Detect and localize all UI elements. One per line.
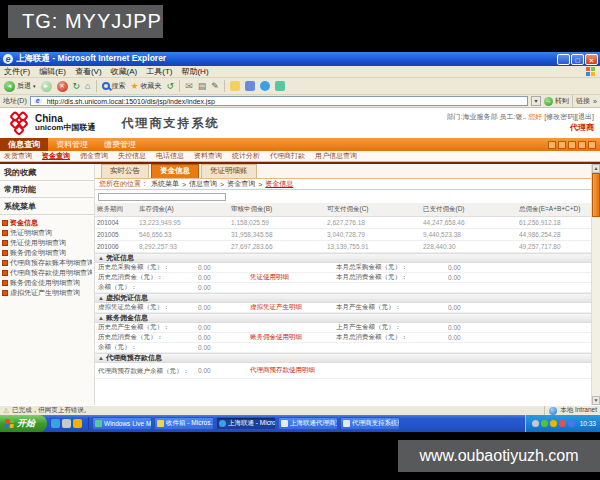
china-unicom-logo-icon	[6, 110, 32, 136]
breadcrumb-item[interactable]: 信息查询	[189, 179, 217, 189]
subnav-item[interactable]: 电话信息	[156, 151, 184, 161]
tab-voucher-ledger[interactable]: 凭证明细账	[201, 164, 257, 178]
close-button[interactable]: ✕	[585, 54, 598, 65]
links-label[interactable]: 链接	[576, 96, 590, 106]
messenger-icon[interactable]	[245, 81, 255, 91]
menu-file[interactable]: 文件(F)	[4, 66, 30, 77]
scroll-down-icon[interactable]: ▼	[592, 396, 600, 405]
menu-tools[interactable]: 工具(T)	[146, 66, 172, 77]
sidebar-section-favorites[interactable]: 我的收藏	[0, 164, 94, 181]
sidebar-item[interactable]: 虚拟凭证产生明细查询	[2, 288, 92, 298]
sidebar-item[interactable]: 代理商预存款账本明细查询	[2, 258, 92, 268]
voucher-usage-detail-link[interactable]: 凭证使用明细	[250, 273, 336, 282]
taskbar: 开始 Windows Live Mes 收件箱 - Micros.. 上海联通 …	[0, 415, 600, 432]
sidebar-item[interactable]: 凭证明细查询	[2, 228, 92, 238]
home-icon[interactable]: ⌂	[85, 81, 90, 92]
subnav-item[interactable]: 用户信息查询	[315, 151, 357, 161]
taskbar-button-live-messenger[interactable]: Windows Live Mes	[92, 417, 152, 430]
scrollbar-thumb[interactable]	[592, 173, 600, 217]
breadcrumb-current: 资金信息	[265, 179, 293, 189]
subnav-item[interactable]: 统计分析	[232, 151, 260, 161]
stop-icon[interactable]: ✕	[57, 81, 68, 92]
menu-edit[interactable]: 编辑(E)	[39, 66, 66, 77]
vertical-scrollbar[interactable]: ▲ ▼	[591, 164, 600, 405]
breadcrumb-item[interactable]: 资金查询	[227, 179, 255, 189]
security-icon[interactable]	[541, 420, 548, 427]
maximize-button[interactable]: □	[571, 54, 584, 65]
msn-icon[interactable]	[260, 81, 270, 91]
filter-input[interactable]	[98, 193, 226, 201]
tab-announcements[interactable]: 实时公告	[101, 164, 149, 178]
scrollbar-track[interactable]	[592, 217, 600, 396]
address-input[interactable]: e http://dls.sh.unicom.local:15010/dls/j…	[30, 96, 528, 106]
favorites-button[interactable]: ★ 收藏夹	[131, 81, 162, 92]
commission-usage-detail-link[interactable]: 账务佣金使用明细	[250, 333, 336, 342]
sidebar-item-funds-info[interactable]: 资金信息	[2, 218, 92, 228]
subnav-item[interactable]: 失控信息	[118, 151, 146, 161]
address-dropdown-icon[interactable]: ▾	[531, 96, 541, 106]
subnav-item[interactable]: 佣金查询	[80, 151, 108, 161]
menu-view[interactable]: 查看(V)	[75, 66, 102, 77]
antivirus-icon[interactable]	[559, 420, 566, 427]
start-button[interactable]: 开始	[0, 415, 47, 432]
mail-icon[interactable]: ✉	[185, 81, 193, 92]
quick-launch-ie-icon[interactable]	[51, 419, 60, 428]
section-header-prepaid[interactable]: ▲ 代理商预存款信息	[95, 353, 591, 363]
subnav-item[interactable]: 发货查询	[4, 151, 32, 161]
back-dropdown-icon[interactable]: ▾	[33, 83, 36, 89]
address-bar: 地址(D) e http://dls.sh.unicom.local:15010…	[0, 95, 600, 108]
tab-funds-info[interactable]: 资金信息	[151, 164, 199, 178]
sidebar-section-system-menu[interactable]: 系统菜单	[0, 198, 94, 215]
taskbar-button-shanghai-unicom[interactable]: 上海联通 - Micro..	[216, 417, 276, 430]
sidebar-item[interactable]: 代理商预存款使用明细查询	[2, 268, 92, 278]
menu-help[interactable]: 帮助(H)	[181, 66, 208, 77]
history-icon[interactable]: ↺	[167, 81, 175, 92]
volume-icon[interactable]	[532, 420, 539, 427]
network-icon[interactable]	[568, 420, 575, 427]
messenger-icon	[95, 420, 102, 427]
folder-icon[interactable]	[230, 81, 240, 91]
back-button[interactable]: ◄ 后退 ▾	[4, 81, 36, 92]
nav-tab-info-query[interactable]: 信息查询	[0, 138, 48, 151]
system-tray: 10:33	[525, 415, 600, 432]
media-icon[interactable]	[275, 81, 285, 91]
refresh-icon[interactable]: ↻	[73, 81, 81, 92]
sidebar-item[interactable]: 账务佣金使用明细查询	[2, 278, 92, 288]
nav-tab-payment-mgmt[interactable]: 缴费管理	[96, 138, 144, 151]
go-button[interactable]: → 转到	[544, 96, 569, 106]
subnav-item[interactable]: 资料查询	[194, 151, 222, 161]
breadcrumb: 您所在的位置： 系统菜单 > 信息查询 > 资金查询 > 资金信息	[95, 178, 591, 190]
nav-tab-data-mgmt[interactable]: 资料管理	[48, 138, 96, 151]
menu-favorites[interactable]: 收藏(A)	[111, 66, 138, 77]
quick-launch-app-icon[interactable]	[73, 419, 82, 428]
links-more-icon[interactable]: »	[593, 98, 597, 105]
show-desktop-icon[interactable]	[62, 419, 71, 428]
search-button[interactable]: 搜索	[102, 81, 126, 91]
prepaid-usage-detail-link[interactable]: 代理商预存款使用明细	[250, 366, 336, 375]
section-header-virtual-voucher[interactable]: ▲ 虚拟凭证信息	[95, 293, 591, 303]
edit-icon[interactable]: ✎	[211, 81, 219, 92]
sidebar-item[interactable]: 凭证使用明细查询	[2, 238, 92, 248]
virtual-voucher-detail-link[interactable]: 虚拟凭证产生明细	[250, 303, 336, 312]
logout-link[interactable]: [退出]	[576, 113, 594, 120]
sidebar-section-common[interactable]: 常用功能	[0, 181, 94, 198]
print-icon[interactable]: ▤	[198, 81, 207, 92]
change-password-link[interactable]: [修改密码]	[544, 113, 576, 120]
minimize-button[interactable]: _	[557, 54, 570, 65]
nav-window-icons[interactable]	[548, 138, 600, 151]
back-icon: ◄	[4, 81, 15, 92]
taskbar-button-agent-portal[interactable]: 上海联通代理商支..	[278, 417, 338, 430]
subnav-item[interactable]: 代理商打款	[270, 151, 305, 161]
subnav-item-funds-query[interactable]: 资金查询	[42, 151, 70, 161]
update-icon[interactable]	[550, 420, 557, 427]
scroll-up-icon[interactable]: ▲	[592, 164, 600, 173]
taskbar-button-inbox[interactable]: 收件箱 - Micros..	[154, 417, 214, 430]
section-header-commission[interactable]: ▲ 账务佣金信息	[95, 313, 591, 323]
forward-icon[interactable]: ►	[41, 81, 52, 92]
breadcrumb-item[interactable]: 系统菜单	[151, 179, 179, 189]
sidebar-item[interactable]: 账务佣金明细查询	[2, 248, 92, 258]
table-row: 201004 13,223,949.95 1,158,025.59 2,627,…	[95, 217, 591, 229]
field-row: 余额（元）：0.00	[95, 343, 591, 353]
taskbar-button-agent-system[interactable]: 代理商支持系统维护	[340, 417, 400, 430]
section-header-voucher[interactable]: ▲ 凭证信息	[95, 253, 591, 263]
